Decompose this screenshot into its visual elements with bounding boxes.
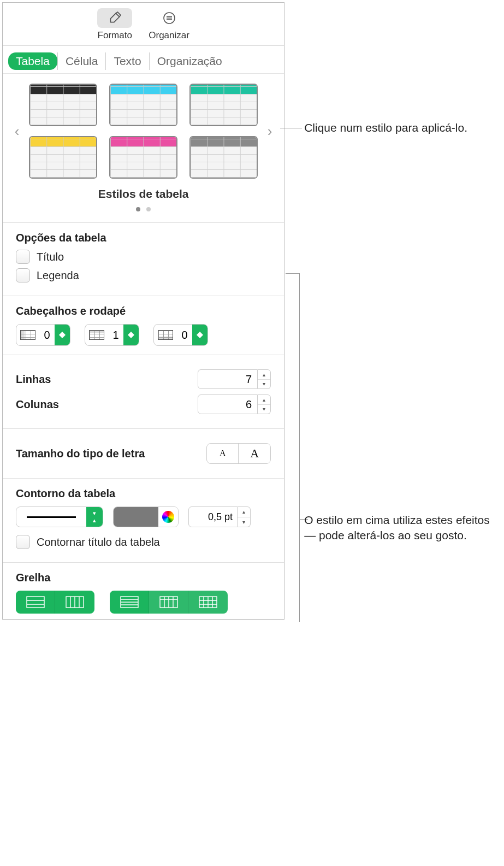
checkbox-caption[interactable] bbox=[16, 268, 30, 282]
grid-btn-header-v[interactable] bbox=[149, 591, 188, 614]
cols-input[interactable] bbox=[198, 394, 258, 414]
dimensions-section: Linhas ▴▾ Colunas ▴▾ bbox=[3, 355, 284, 429]
callouts: Clique num estilo para aplicá-lo. O esti… bbox=[284, 2, 502, 101]
header-rows-control[interactable]: 1 bbox=[85, 324, 139, 346]
grid-btn-all[interactable] bbox=[188, 591, 228, 614]
footer-rows-control[interactable]: 0 bbox=[153, 324, 208, 346]
rows-label: Linhas bbox=[16, 373, 51, 386]
font-size-label: Tamanho do tipo de letra bbox=[16, 447, 145, 460]
outline-section: Contorno da tabela ▾▴ ▴▾ Contornar títul… bbox=[3, 479, 284, 563]
options-title: Opções da tabela bbox=[16, 232, 271, 244]
tab-cell[interactable]: Célula bbox=[57, 52, 106, 70]
header-rows-value: 1 bbox=[108, 329, 123, 341]
callout-1-text: Clique num estilo para aplicá-lo. bbox=[304, 121, 467, 134]
toolbar: Formato Organizar bbox=[3, 3, 284, 46]
style-thumb-5[interactable] bbox=[109, 136, 177, 179]
style-thumb-4[interactable] bbox=[29, 136, 97, 179]
grid-group-2 bbox=[110, 591, 228, 614]
checkbox-caption-label: Legenda bbox=[37, 269, 79, 282]
styles-page-dots bbox=[10, 204, 276, 214]
header-cols-icon bbox=[16, 330, 39, 340]
tab-text[interactable]: Texto bbox=[105, 52, 149, 70]
font-size-section: Tamanho do tipo de letra A A bbox=[3, 429, 284, 479]
checkbox-outline-title[interactable] bbox=[16, 535, 30, 549]
footer-rows-value: 0 bbox=[177, 329, 192, 341]
paintbrush-icon bbox=[97, 8, 132, 28]
callout-2: O estilo em cima utiliza estes efeitos —… bbox=[304, 512, 501, 544]
callout-2-text: O estilo em cima utiliza estes efeitos —… bbox=[304, 514, 490, 541]
table-options-section: Opções da tabela Título Legenda bbox=[3, 223, 284, 296]
dot-1[interactable] bbox=[136, 207, 140, 211]
dot-2[interactable] bbox=[146, 207, 151, 211]
grid-btn-horiz[interactable] bbox=[16, 591, 55, 614]
checkbox-outline-title-label: Contornar título da tabela bbox=[37, 536, 160, 549]
style-thumb-2[interactable] bbox=[109, 84, 177, 126]
font-size-larger[interactable]: A bbox=[239, 444, 270, 463]
outline-style-select[interactable]: ▾▴ bbox=[16, 506, 103, 527]
tab-table[interactable]: Tabela bbox=[8, 52, 57, 70]
tab-layout[interactable]: Organização bbox=[149, 52, 230, 70]
grid-btn-vert[interactable] bbox=[55, 591, 94, 614]
callout-bracket bbox=[286, 273, 300, 622]
line-preview bbox=[16, 516, 86, 518]
cols-arrows[interactable]: ▴▾ bbox=[258, 394, 271, 414]
header-rows-icon bbox=[85, 330, 108, 340]
rows-stepper[interactable]: ▴▾ bbox=[198, 369, 271, 389]
outline-width-arrows[interactable]: ▴▾ bbox=[238, 506, 251, 527]
styles-prev[interactable]: ‹ bbox=[10, 123, 23, 140]
outline-width-control[interactable]: ▴▾ bbox=[188, 506, 251, 527]
cols-label: Colunas bbox=[16, 398, 59, 411]
organize-label: Organizar bbox=[149, 30, 189, 41]
headers-title: Cabeçalhos e rodapé bbox=[16, 305, 271, 317]
grid-title: Grelha bbox=[16, 572, 271, 584]
checkbox-title-label: Título bbox=[37, 251, 64, 263]
header-cols-control[interactable]: 0 bbox=[16, 324, 70, 346]
callout-1: Clique num estilo para aplicá-lo. bbox=[304, 120, 467, 136]
outline-width-input[interactable] bbox=[188, 506, 238, 527]
rows-input[interactable] bbox=[198, 369, 258, 389]
style-thumb-3[interactable] bbox=[189, 84, 258, 126]
svg-rect-1 bbox=[27, 597, 44, 608]
grid-btn-header-h[interactable] bbox=[110, 591, 149, 614]
grid-section: Grelha bbox=[3, 563, 284, 619]
outline-style-dropdown-icon: ▾▴ bbox=[86, 507, 103, 527]
footer-rows-stepper[interactable] bbox=[192, 325, 207, 345]
header-rows-stepper[interactable] bbox=[123, 325, 139, 345]
table-styles-section: ‹ › Estilos de tabela bbox=[3, 74, 284, 223]
format-tab[interactable]: Formato bbox=[97, 8, 132, 41]
list-icon bbox=[152, 8, 187, 28]
font-size-control: A A bbox=[206, 443, 271, 464]
subtabs: Tabela Célula Texto Organização bbox=[3, 46, 284, 74]
styles-grid bbox=[23, 79, 263, 183]
organize-tab[interactable]: Organizar bbox=[149, 8, 189, 41]
outline-title: Contorno da tabela bbox=[16, 487, 271, 500]
style-thumb-6[interactable] bbox=[189, 136, 258, 179]
headers-section: Cabeçalhos e rodapé 0 1 0 bbox=[3, 296, 284, 355]
styles-next[interactable]: › bbox=[263, 123, 276, 140]
outline-color-swatch[interactable] bbox=[113, 506, 179, 527]
font-size-smaller[interactable]: A bbox=[207, 444, 239, 463]
checkbox-title[interactable] bbox=[16, 250, 30, 264]
color-wheel-icon bbox=[162, 511, 174, 523]
header-cols-value: 0 bbox=[39, 329, 55, 341]
rows-arrows[interactable]: ▴▾ bbox=[258, 369, 271, 389]
grid-group-1 bbox=[16, 591, 94, 614]
inspector-panel: Formato Organizar Tabela Célula Texto Or… bbox=[2, 2, 284, 620]
styles-caption: Estilos de tabela bbox=[10, 187, 276, 201]
format-label: Formato bbox=[98, 30, 132, 41]
color-wheel-button[interactable] bbox=[158, 507, 178, 527]
outline-color-fill bbox=[114, 507, 158, 527]
style-thumb-1[interactable] bbox=[29, 84, 97, 126]
header-cols-stepper[interactable] bbox=[55, 325, 70, 345]
cols-stepper[interactable]: ▴▾ bbox=[198, 394, 271, 414]
footer-rows-icon bbox=[154, 330, 177, 340]
